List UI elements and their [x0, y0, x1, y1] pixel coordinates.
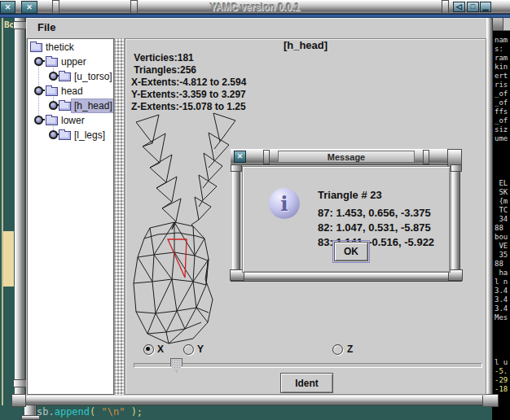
left-terminal-border-line: [2, 15, 3, 420]
terminal-text-line: [495, 340, 510, 349]
terminal-text-line: EL: [495, 179, 510, 188]
terminal-text-line: 3.4: [495, 304, 510, 313]
terminal-text-line: [495, 143, 510, 152]
slider-track[interactable]: [134, 363, 482, 368]
dialog-bottom-pipe: [231, 273, 462, 282]
window-titlebar[interactable]: YAMC version 0.0.1: [0, 0, 510, 14]
tree-expand-knob[interactable]: [34, 86, 43, 95]
axis-radio-group: XYZ: [125, 343, 486, 357]
terminal-text-line: [495, 152, 510, 161]
split-divider[interactable]: [114, 38, 125, 395]
terminal-text-line: [495, 331, 510, 340]
terminal-text-line: ert: [495, 72, 510, 81]
model-info-line: Verticies:181: [131, 52, 246, 64]
tree-item-label: [l_legs]: [72, 129, 108, 142]
frame-left-joint: [13, 21, 27, 29]
folder-icon: [59, 102, 71, 111]
left-terminal-scrollbar-thumb[interactable]: [3, 231, 14, 287]
tree-item-l_legs[interactable]: [l_legs]: [28, 128, 113, 142]
window-title: YAMC version 0.0.1: [0, 1, 510, 14]
message-dialog: Message ✕ i Triangle # 23 87: 1.453, 0.6…: [231, 149, 462, 282]
axis-radio-x[interactable]: [143, 344, 154, 355]
tree-expand-knob[interactable]: [49, 101, 58, 110]
terminal-text-line: 3.4: [495, 287, 510, 295]
model-info-line: X-Extents:-4.812 to 2.594: [131, 77, 246, 89]
ok-button[interactable]: OK: [334, 242, 368, 261]
window-close-button[interactable]: ✕: [21, 1, 37, 14]
dialog-body: i Triangle # 23 87: 1.453, 0.656, -3.375…: [242, 166, 451, 273]
right-terminal-text: nams:ramkinertris_of_offfs_ofsizume EL S…: [495, 36, 510, 394]
tree-item-label: thetick: [43, 41, 77, 54]
background-window-close-button[interactable]: ✕: [0, 1, 15, 14]
dialog-flange-top-right: [451, 164, 462, 172]
menu-file[interactable]: File: [37, 21, 55, 33]
titlebar-joint-3: [442, 0, 449, 14]
folder-icon: [59, 131, 71, 140]
tree-expand-knob[interactable]: [49, 130, 58, 139]
terminal-text-line: -5.: [495, 367, 510, 376]
dialog-right-pipe: [452, 165, 460, 273]
dialog-titlebar-joint-right: [423, 150, 429, 164]
code-token: );: [125, 406, 143, 418]
panel-title: [h_head]: [125, 39, 486, 51]
dialog-title: Message: [328, 152, 365, 162]
terminal-text-line: 3.4: [495, 295, 510, 304]
terminal-text-line: [495, 161, 510, 170]
axis-radio-z[interactable]: [332, 344, 343, 355]
tree-item-lower[interactable]: lower: [28, 113, 113, 128]
tree-item-upper[interactable]: upper: [28, 55, 113, 69]
terminal-text-line: _of: [495, 98, 510, 107]
tree-expand-knob[interactable]: [34, 57, 43, 66]
info-icon: i: [269, 188, 300, 219]
frame-bottom-left-foot: [21, 415, 40, 420]
frame-bottom-left-elbow: [11, 394, 26, 407]
tree-item-label: lower: [59, 114, 87, 127]
dialog-title-segment: Message: [278, 151, 415, 163]
dialog-left-pipe: [232, 165, 240, 273]
tree-item-label: head: [59, 85, 86, 98]
tree-item-label: [h_head]: [72, 99, 114, 112]
folder-icon: [30, 43, 42, 52]
axis-radio-label: Z: [347, 343, 353, 355]
terminal-text-line: {m: [495, 197, 510, 206]
dialog-close-button[interactable]: ✕: [234, 151, 246, 163]
tree-expand-knob[interactable]: [49, 72, 58, 81]
model-info-line: Y-Extents:-3.359 to 3.297: [131, 89, 246, 101]
tree-item-label: [u_torso]: [72, 70, 114, 83]
terminal-text-line: -29: [495, 376, 510, 385]
frame-right-pipe: [486, 18, 493, 396]
screen: Bo e nams:ramkinertris_of_offfs_ofsizume…: [0, 0, 510, 420]
model-info-line: Triangles:256: [131, 64, 246, 77]
terminal-text-line: -18: [495, 385, 510, 394]
code-token: "\n": [102, 406, 125, 418]
terminal-text-line: ffs: [495, 107, 510, 116]
titlebar-joint-1: [52, 0, 59, 14]
terminal-text-line: Mes: [495, 313, 510, 322]
terminal-text-line: _of: [495, 90, 510, 98]
code-line: sb.append( "\n" );: [37, 406, 143, 418]
frame-bottom-right-elbow: [482, 394, 499, 407]
frame-left-joint-low: [13, 379, 27, 387]
tree-item-h_head[interactable]: [h_head]: [28, 98, 113, 113]
window-minimize-button[interactable]: ▁: [480, 2, 491, 12]
axis-radio-y[interactable]: [183, 344, 194, 355]
frame-bottom-pipe: [11, 396, 497, 405]
tree-item-u_torso[interactable]: [u_torso]: [28, 69, 113, 84]
terminal-text-line: 35: [495, 251, 510, 260]
folder-icon: [46, 116, 58, 125]
terminal-text-line: [495, 322, 510, 331]
dialog-flange-top-left: [231, 164, 242, 172]
terminal-text-line: ha: [495, 269, 510, 278]
window-shade-button[interactable]: ◁: [453, 2, 465, 12]
terminal-text-line: TC: [495, 206, 510, 215]
tree-expand-knob[interactable]: [34, 116, 43, 125]
tree-item-thetick[interactable]: thetick: [28, 40, 113, 55]
window-maximize-button[interactable]: □: [467, 2, 479, 12]
terminal-text-line: s:: [495, 45, 510, 54]
dialog-vertex-line: 82: 1.047, 0.531, -5.875: [318, 221, 434, 235]
ident-button[interactable]: Ident: [280, 373, 333, 393]
slider-thumb[interactable]: [170, 358, 182, 372]
code-token: (: [90, 406, 101, 418]
tree-item-head[interactable]: head: [28, 84, 113, 98]
terminal-text-line: _of: [495, 116, 510, 125]
